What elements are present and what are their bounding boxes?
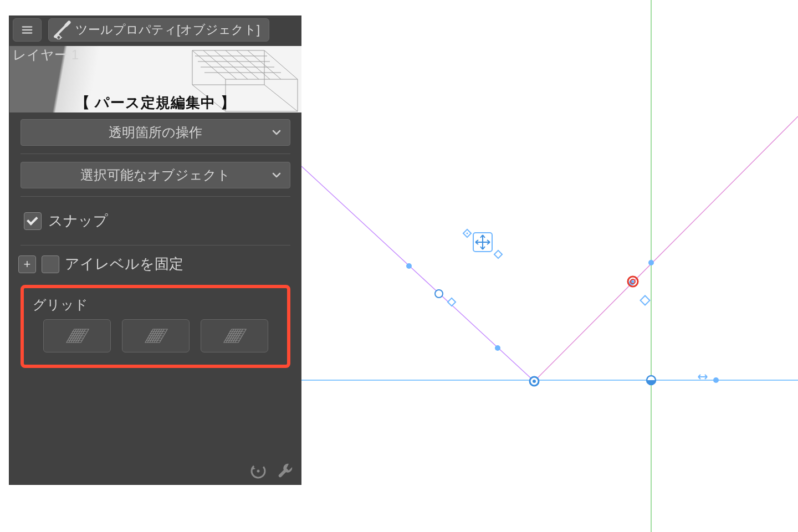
snap-checkbox[interactable] [24,212,42,230]
fix-eye-level-checkbox[interactable] [42,255,59,273]
svg-point-14 [533,380,536,383]
grid-section-highlighted: グリッド [21,285,290,368]
snap-row: スナップ [9,202,301,239]
svg-point-1 [57,35,61,39]
reset-icon[interactable] [248,461,268,481]
transparent-operation-dropdown[interactable]: 透明箇所の操作 [21,119,290,146]
fix-eye-level-label: アイレベルを固定 [65,254,183,274]
grid-section-title: グリッド [33,296,279,314]
panel-header: ツールプロパティ[オブジェクト] [9,16,301,44]
ruler-handle[interactable] [713,377,719,383]
svg-point-3 [257,470,260,473]
grid-buttons-row [32,319,279,352]
svg-point-11 [467,233,468,234]
grid-plane-icon [143,326,168,346]
selectable-objects-dropdown[interactable]: 選択可能なオブジェクト [21,162,290,188]
wrench-icon[interactable] [276,461,296,481]
object-tool-icon [52,21,71,39]
horizon-vertical-anchor[interactable] [647,376,660,385]
grid-xy-button[interactable] [43,319,111,352]
divider [21,196,290,197]
layer-name-label: レイヤー 1 [13,46,79,64]
snap-label: スナップ [48,211,108,231]
panel-footer [248,461,296,481]
expand-button[interactable]: + [18,255,36,273]
ruler-handle[interactable] [406,263,412,269]
tool-property-panel: ツールプロパティ[オブジェクト] レイヤー 1 【 パース定規編集中 】 透明箇… [9,16,301,484]
fix-eye-level-row: + アイレベルを固定 [9,251,301,282]
grid-yz-button[interactable] [122,319,190,352]
dropdown-label: 選択可能なオブジェクト [80,166,231,184]
ruler-open-handle[interactable] [435,290,443,298]
svg-line-7 [534,116,798,381]
ruler-handle[interactable] [495,345,500,351]
dropdown-label: 透明箇所の操作 [109,124,202,141]
vanishing-point-center[interactable] [530,377,539,386]
chevron-down-icon [271,170,282,181]
chevron-down-icon [271,127,282,138]
hamburger-icon [21,24,33,36]
divider [21,154,290,154]
tool-tab-object[interactable]: ツールプロパティ[オブジェクト] [48,18,269,42]
perspective-ruler-overlay [301,0,798,532]
ruler-handle[interactable] [648,260,654,265]
move-handle[interactable] [463,229,502,258]
horiz-move-icon[interactable] [697,372,708,381]
ruler-diamond-handle[interactable] [448,298,456,306]
grid-plane-icon [222,326,247,346]
divider [21,245,290,245]
drawing-canvas[interactable] [301,0,798,532]
panel-menu-button[interactable] [13,18,42,42]
layer-preview: レイヤー 1 【 パース定規編集中 】 [9,46,301,112]
grid-plane-icon [64,326,90,346]
editing-status-label: 【 パース定規編集中 】 [75,93,235,112]
svg-rect-12 [494,250,502,258]
grid-xz-button[interactable] [201,319,268,352]
tool-tab-label: ツールプロパティ[オブジェクト] [75,22,260,38]
ruler-diamond-handle[interactable] [641,296,650,305]
